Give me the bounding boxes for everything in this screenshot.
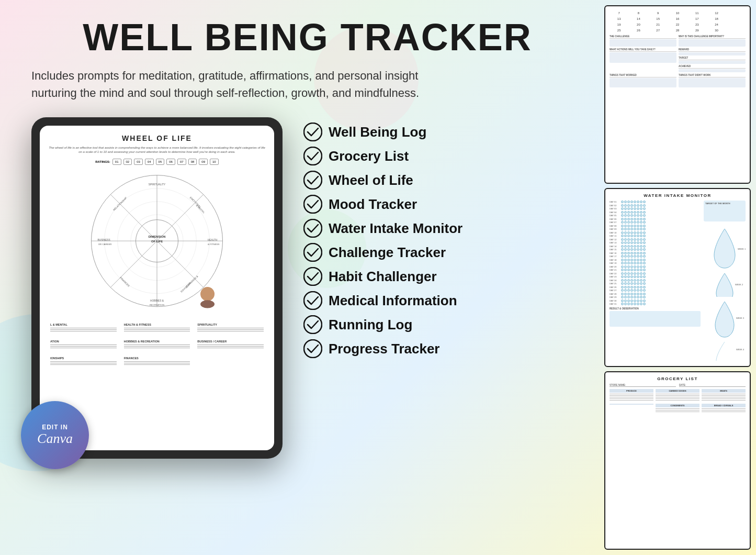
page-title: WELL BEING TRACKER	[31, 16, 583, 59]
svg-text:HOBBIES &: HOBBIES &	[150, 299, 164, 302]
cal-26: 26	[629, 28, 648, 33]
water-target-label: TARGET OF THE MONTH	[705, 202, 730, 205]
feature-label-9: Running Log	[329, 317, 412, 333]
grid-cell-mental: L & MENTAL	[48, 321, 119, 335]
svg-text:WEEK 3: WEEK 3	[736, 317, 744, 319]
svg-point-35	[304, 316, 322, 334]
cal-20: 20	[629, 22, 648, 27]
svg-point-36	[304, 340, 322, 358]
cal-18: 18	[707, 16, 726, 21]
produce-col: PRODUCE	[610, 389, 653, 402]
rating-02: 02	[123, 159, 132, 165]
water-card-title: WATER INTAKE MONITOR	[610, 193, 746, 198]
rating-04: 04	[145, 159, 154, 165]
cal-30: 30	[707, 28, 726, 33]
svg-text:SPIRITUALITY: SPIRITUALITY	[149, 183, 166, 186]
feature-label-2: Grocery List	[329, 148, 409, 164]
svg-point-29	[304, 171, 322, 189]
grid-cell-health: HEALTH & FITNESS	[122, 321, 193, 335]
water-row-1: DAY 01	[610, 201, 701, 203]
rating-10: 10	[210, 159, 219, 165]
cal-9: 9	[649, 10, 668, 16]
check-icon-1	[303, 123, 322, 141]
rating-03: 03	[134, 159, 143, 165]
calendar-grid: 7 8 9 10 11 12 13 14 15 16 17 18 19 20 2…	[610, 10, 746, 33]
water-target-box: TARGET OF THE MONTH	[704, 201, 746, 221]
water-row-9: DAY 09	[610, 228, 701, 230]
check-icon-9	[303, 315, 322, 334]
cal-empty3	[727, 22, 746, 27]
tablet-content: WHEEL OF LIFE The wheel of life is an ef…	[40, 126, 274, 450]
feature-item-4: Mood Tracker	[303, 195, 462, 214]
rating-05: 05	[156, 159, 165, 165]
feature-label-10: Progress Tracker	[329, 341, 439, 357]
grid-cell-finances: FINANCES	[122, 354, 193, 368]
water-row-20: DAY 20	[610, 265, 701, 268]
svg-text:OF LIFE: OF LIFE	[151, 240, 163, 243]
check-icon-7	[303, 267, 322, 286]
cal-28: 28	[668, 28, 687, 33]
water-row-7: DAY 07	[610, 221, 701, 224]
svg-point-28	[304, 147, 322, 165]
water-row-29: DAY 29	[610, 296, 701, 298]
grocery-list-card: GROCERY LIST STORE NAME: DATE: PRODUCE C…	[604, 371, 751, 550]
tablet-container: WHEEL OF LIFE The wheel of life is an ef…	[31, 117, 283, 459]
svg-point-25	[200, 287, 215, 301]
water-intake-card: WATER INTAKE MONITOR DAY 01DAY 02DAY 03D…	[604, 188, 751, 367]
rating-08: 08	[188, 159, 197, 165]
tablet-bottom-grid: L & MENTAL HEALTH & FITNESS	[48, 321, 266, 368]
rating-09: 09	[199, 159, 208, 165]
cal-21: 21	[649, 22, 668, 27]
water-rows: DAY 01DAY 02DAY 03DAY 04DAY 05DAY 06DAY …	[610, 201, 701, 305]
right-panel: 7 8 9 10 11 12 13 14 15 16 17 18 19 20 2…	[604, 0, 756, 555]
result-label: RESULT & OBSERVATION	[610, 307, 701, 310]
check-icon-10	[303, 339, 322, 358]
water-row-31: DAY 31	[610, 303, 701, 305]
cal-10: 10	[668, 10, 687, 16]
challenge-row-3: THINGS THAT WORKED THINGS THAT DIDN'T WO…	[610, 74, 746, 87]
wheel-subtitle: The wheel of life is an effective tool t…	[48, 146, 266, 154]
svg-point-27	[304, 123, 322, 141]
rating-01: 01	[112, 159, 121, 165]
cal-19: 19	[610, 22, 628, 27]
rating-06: 06	[166, 159, 175, 165]
meats-col: MEATS	[702, 389, 746, 402]
feature-item-5: Water Intake Monitor	[303, 219, 462, 238]
feature-label-4: Mood Tracker	[329, 196, 417, 213]
feature-item-7: Habit Challenger	[303, 267, 462, 286]
svg-text:FINANCES: FINANCES	[119, 276, 130, 287]
cal-24: 24	[707, 22, 726, 27]
feature-item-1: Well Being Log	[303, 123, 462, 141]
feature-item-10: Progress Tracker	[303, 339, 462, 358]
canva-badge[interactable]: EDIT IN Canva	[21, 401, 89, 469]
water-row-8: DAY 08	[610, 225, 701, 227]
bread-header: BREAD / CEREALS	[702, 404, 746, 407]
svg-text:WEEK 4: WEEK 4	[736, 348, 744, 351]
canva-text-label: Canva	[37, 431, 73, 447]
left-content: WELL BEING TRACKER Includes prompts for …	[0, 0, 604, 555]
cal-29: 29	[687, 28, 706, 33]
svg-point-34	[304, 292, 322, 309]
check-icon-2	[303, 147, 322, 165]
water-row-25: DAY 25	[610, 282, 701, 285]
ratings-row: RATINGS: 01 02 03 04 05 06 07 08 09 10	[48, 159, 266, 165]
grid-cell-business: BUSINESS / CAREER	[195, 338, 266, 351]
rating-07: 07	[177, 159, 186, 165]
water-row-17: DAY 17	[610, 255, 701, 258]
svg-text:DIMENSION: DIMENSION	[149, 235, 166, 238]
cal-13: 13	[610, 16, 628, 21]
feature-label-6: Challenge Tracker	[329, 245, 446, 261]
condiments2-col: CONDIMENTS	[656, 404, 699, 413]
feature-item-8: Medical Information	[303, 291, 462, 310]
water-row-28: DAY 28	[610, 293, 701, 295]
svg-text:OR CAREER: OR CAREER	[98, 243, 112, 246]
condiments2-header: CONDIMENTS	[656, 404, 699, 407]
feature-label-3: Wheel of Life	[329, 172, 413, 188]
cal-empty1	[727, 10, 746, 16]
things-worked: THINGS THAT WORKED	[610, 74, 676, 87]
main-container: WELL BEING TRACKER Includes prompts for …	[0, 0, 756, 555]
tablet-screen: WHEEL OF LIFE The wheel of life is an ef…	[40, 126, 274, 450]
wheel-title: WHEEL OF LIFE	[48, 134, 266, 142]
cal-23: 23	[687, 22, 706, 27]
check-icon-4	[303, 195, 322, 214]
